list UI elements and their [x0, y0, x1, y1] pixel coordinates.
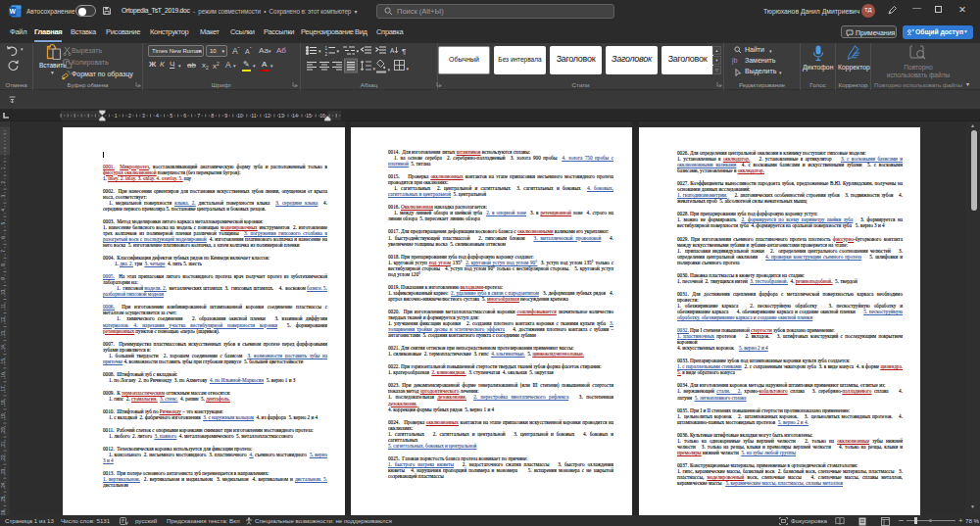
svg-text:18: 18	[1, 400, 6, 406]
svg-text:9: 9	[224, 113, 227, 119]
svg-text:¶: ¶	[402, 47, 406, 56]
svg-text:11: 11	[251, 113, 256, 119]
svg-text:6: 6	[183, 113, 186, 119]
svg-text:7: 7	[197, 113, 200, 119]
svg-text:11: 11	[1, 304, 6, 309]
svg-text:1: 1	[115, 113, 118, 119]
svg-text:▾: ▾	[337, 48, 340, 54]
svg-text:12: 12	[1, 317, 6, 323]
svg-text:13: 13	[278, 113, 284, 119]
svg-text:20: 20	[1, 427, 6, 433]
svg-text:13: 13	[1, 331, 6, 337]
svg-text:W: W	[10, 7, 17, 14]
svg-text:14: 14	[1, 345, 6, 351]
svg-text:10: 10	[237, 113, 243, 119]
svg-text:А: А	[390, 47, 395, 54]
svg-text:17: 17	[1, 386, 6, 392]
svg-text:9: 9	[1, 277, 6, 280]
svg-text:12: 12	[265, 113, 270, 119]
svg-text:16: 16	[1, 372, 6, 378]
svg-text:5: 5	[1, 222, 6, 225]
svg-text:16: 16	[319, 113, 325, 119]
svg-text:6: 6	[1, 236, 6, 239]
svg-text:3: 3	[1, 195, 6, 198]
svg-text:24: 24	[1, 482, 6, 488]
svg-text:1: 1	[1, 167, 6, 169]
svg-text:5: 5	[170, 113, 172, 119]
svg-text:15: 15	[1, 359, 6, 364]
svg-text:8: 8	[1, 263, 6, 266]
svg-text:19: 19	[1, 413, 6, 419]
svg-text:8: 8	[211, 113, 214, 119]
svg-text:2: 2	[1, 180, 6, 183]
svg-text:22: 22	[1, 454, 6, 460]
svg-text:7: 7	[1, 250, 6, 253]
svg-text:15: 15	[306, 113, 312, 119]
svg-text:▾: ▾	[318, 48, 321, 54]
svg-text:▾: ▾	[357, 48, 360, 54]
svg-text:2: 2	[128, 113, 131, 119]
svg-text:4: 4	[156, 113, 159, 119]
svg-text:4: 4	[1, 209, 6, 212]
svg-text:3: 3	[142, 113, 145, 119]
svg-text:1: 1	[325, 46, 328, 51]
svg-text:25: 25	[1, 496, 6, 502]
svg-text:21: 21	[1, 441, 6, 447]
svg-text:14: 14	[292, 113, 298, 119]
svg-text:▾: ▾	[373, 66, 376, 72]
svg-text:▾: ▾	[388, 67, 391, 72]
svg-text:2: 2	[325, 52, 328, 57]
svg-text:23: 23	[1, 468, 6, 474]
svg-text:10: 10	[1, 290, 6, 296]
svg-text:▾: ▾	[407, 66, 410, 72]
